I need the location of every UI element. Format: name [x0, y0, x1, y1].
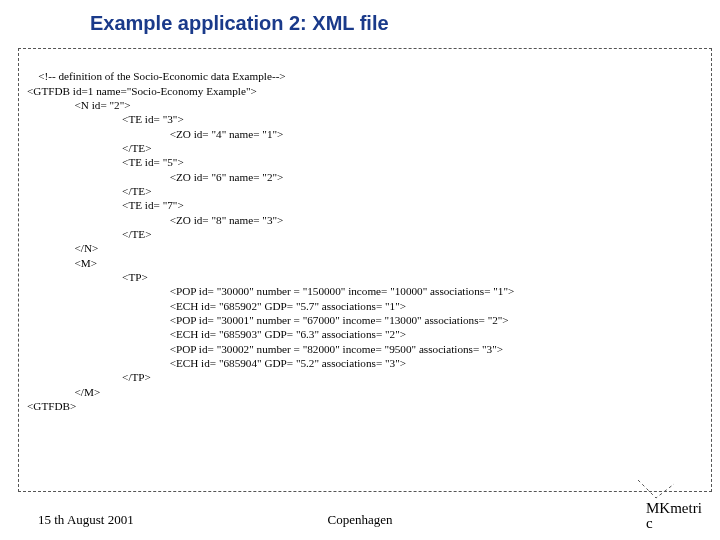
footer-location: Copenhagen [0, 512, 720, 528]
slide: Example application 2: XML file <!-- def… [0, 0, 720, 540]
footer-author-line1: MKmetri [646, 500, 702, 516]
page-title: Example application 2: XML file [0, 12, 720, 35]
footer-author-line2: c [646, 515, 653, 531]
footer-author: MKmetri c [646, 501, 706, 533]
footer: 15 th August 2001 Copenhagen MKmetri c [0, 500, 720, 530]
xml-code-box: <!-- definition of the Socio-Economic da… [18, 48, 712, 492]
xml-code: <!-- definition of the Socio-Economic da… [27, 70, 514, 412]
